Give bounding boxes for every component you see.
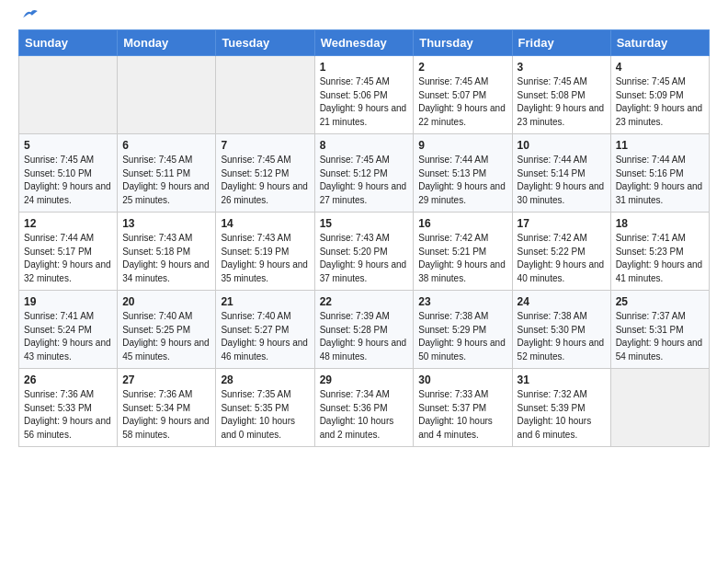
day-info: Sunrise: 7:40 AM Sunset: 5:25 PM Dayligh… (122, 310, 210, 363)
calendar-cell: 25Sunrise: 7:37 AM Sunset: 5:31 PM Dayli… (610, 291, 709, 369)
calendar-cell: 3Sunrise: 7:45 AM Sunset: 5:08 PM Daylig… (512, 56, 610, 134)
day-of-week-header: Sunday (19, 30, 118, 56)
calendar-cell: 5Sunrise: 7:45 AM Sunset: 5:10 PM Daylig… (19, 134, 118, 213)
logo (18, 15, 39, 20)
calendar-cell: 8Sunrise: 7:45 AM Sunset: 5:12 PM Daylig… (314, 134, 414, 213)
day-number: 11 (616, 139, 704, 152)
day-info: Sunrise: 7:43 AM Sunset: 5:20 PM Dayligh… (320, 232, 409, 285)
day-info: Sunrise: 7:39 AM Sunset: 5:28 PM Dayligh… (320, 310, 409, 363)
calendar-cell: 17Sunrise: 7:42 AM Sunset: 5:22 PM Dayli… (512, 213, 610, 291)
day-info: Sunrise: 7:45 AM Sunset: 5:07 PM Dayligh… (418, 75, 506, 129)
calendar-week-row: 5Sunrise: 7:45 AM Sunset: 5:10 PM Daylig… (19, 134, 710, 213)
day-info: Sunrise: 7:45 AM Sunset: 5:10 PM Dayligh… (24, 154, 112, 207)
day-info: Sunrise: 7:45 AM Sunset: 5:09 PM Dayligh… (616, 75, 704, 129)
day-info: Sunrise: 7:32 AM Sunset: 5:39 PM Dayligh… (518, 388, 606, 442)
day-number: 18 (616, 217, 704, 230)
calendar-cell: 18Sunrise: 7:41 AM Sunset: 5:23 PM Dayli… (610, 213, 709, 291)
day-info: Sunrise: 7:36 AM Sunset: 5:33 PM Dayligh… (24, 388, 112, 442)
calendar-week-row: 26Sunrise: 7:36 AM Sunset: 5:33 PM Dayli… (19, 369, 710, 447)
day-info: Sunrise: 7:45 AM Sunset: 5:12 PM Dayligh… (320, 154, 409, 207)
calendar-cell: 2Sunrise: 7:45 AM Sunset: 5:07 PM Daylig… (414, 56, 512, 134)
day-info: Sunrise: 7:38 AM Sunset: 5:29 PM Dayligh… (418, 310, 506, 363)
day-info: Sunrise: 7:42 AM Sunset: 5:21 PM Dayligh… (418, 232, 506, 285)
day-number: 26 (24, 373, 112, 386)
day-info: Sunrise: 7:45 AM Sunset: 5:06 PM Dayligh… (320, 75, 409, 129)
day-info: Sunrise: 7:43 AM Sunset: 5:19 PM Dayligh… (221, 232, 309, 285)
calendar-week-row: 12Sunrise: 7:44 AM Sunset: 5:17 PM Dayli… (19, 213, 710, 291)
day-of-week-header: Tuesday (216, 30, 314, 56)
day-info: Sunrise: 7:45 AM Sunset: 5:12 PM Dayligh… (221, 154, 309, 207)
day-info: Sunrise: 7:38 AM Sunset: 5:30 PM Dayligh… (518, 310, 606, 363)
day-info: Sunrise: 7:45 AM Sunset: 5:11 PM Dayligh… (122, 154, 210, 207)
day-number: 9 (418, 139, 506, 152)
day-number: 8 (320, 139, 409, 152)
day-info: Sunrise: 7:34 AM Sunset: 5:36 PM Dayligh… (320, 388, 409, 442)
calendar-cell: 22Sunrise: 7:39 AM Sunset: 5:28 PM Dayli… (314, 291, 414, 369)
day-info: Sunrise: 7:43 AM Sunset: 5:18 PM Dayligh… (122, 232, 210, 285)
calendar-cell: 31Sunrise: 7:32 AM Sunset: 5:39 PM Dayli… (512, 369, 610, 447)
calendar-cell: 11Sunrise: 7:44 AM Sunset: 5:16 PM Dayli… (610, 134, 709, 213)
calendar-cell: 15Sunrise: 7:43 AM Sunset: 5:20 PM Dayli… (314, 213, 414, 291)
day-number: 17 (518, 217, 606, 230)
day-number: 3 (518, 61, 606, 74)
day-number: 10 (518, 139, 606, 152)
day-number: 19 (24, 295, 112, 308)
day-number: 5 (24, 139, 112, 152)
calendar-week-row: 1Sunrise: 7:45 AM Sunset: 5:06 PM Daylig… (19, 56, 710, 134)
day-info: Sunrise: 7:42 AM Sunset: 5:22 PM Dayligh… (518, 232, 606, 285)
day-number: 28 (221, 373, 309, 386)
day-number: 30 (418, 373, 506, 386)
day-number: 22 (320, 295, 409, 308)
day-number: 12 (24, 217, 112, 230)
day-number: 31 (518, 373, 606, 386)
calendar-cell: 7Sunrise: 7:45 AM Sunset: 5:12 PM Daylig… (216, 134, 314, 213)
calendar-header-row: SundayMondayTuesdayWednesdayThursdayFrid… (19, 30, 710, 56)
calendar-cell: 14Sunrise: 7:43 AM Sunset: 5:19 PM Dayli… (216, 213, 314, 291)
calendar-cell: 12Sunrise: 7:44 AM Sunset: 5:17 PM Dayli… (19, 213, 118, 291)
day-of-week-header: Saturday (610, 30, 709, 56)
calendar-cell: 1Sunrise: 7:45 AM Sunset: 5:06 PM Daylig… (314, 56, 414, 134)
calendar-cell: 10Sunrise: 7:44 AM Sunset: 5:14 PM Dayli… (512, 134, 610, 213)
day-of-week-header: Thursday (414, 30, 512, 56)
day-number: 6 (122, 139, 210, 152)
page-header (18, 15, 710, 20)
calendar-table: SundayMondayTuesdayWednesdayThursdayFrid… (18, 29, 710, 447)
day-number: 4 (616, 61, 704, 74)
day-info: Sunrise: 7:33 AM Sunset: 5:37 PM Dayligh… (418, 388, 506, 442)
calendar-cell: 9Sunrise: 7:44 AM Sunset: 5:13 PM Daylig… (414, 134, 512, 213)
day-info: Sunrise: 7:37 AM Sunset: 5:31 PM Dayligh… (616, 310, 704, 363)
calendar-cell: 28Sunrise: 7:35 AM Sunset: 5:35 PM Dayli… (216, 369, 314, 447)
calendar-cell (19, 56, 118, 134)
day-info: Sunrise: 7:36 AM Sunset: 5:34 PM Dayligh… (122, 388, 210, 442)
logo-bird-icon (22, 7, 39, 20)
day-number: 13 (122, 217, 210, 230)
calendar-cell: 23Sunrise: 7:38 AM Sunset: 5:29 PM Dayli… (414, 291, 512, 369)
calendar-cell: 13Sunrise: 7:43 AM Sunset: 5:18 PM Dayli… (118, 213, 216, 291)
day-number: 2 (418, 61, 506, 74)
day-number: 16 (418, 217, 506, 230)
calendar-cell (216, 56, 314, 134)
day-number: 15 (320, 217, 409, 230)
calendar-cell: 27Sunrise: 7:36 AM Sunset: 5:34 PM Dayli… (118, 369, 216, 447)
calendar-cell: 6Sunrise: 7:45 AM Sunset: 5:11 PM Daylig… (118, 134, 216, 213)
day-number: 7 (221, 139, 309, 152)
calendar-week-row: 19Sunrise: 7:41 AM Sunset: 5:24 PM Dayli… (19, 291, 710, 369)
day-number: 25 (616, 295, 704, 308)
day-info: Sunrise: 7:35 AM Sunset: 5:35 PM Dayligh… (221, 388, 309, 442)
day-info: Sunrise: 7:44 AM Sunset: 5:17 PM Dayligh… (24, 232, 112, 285)
day-info: Sunrise: 7:44 AM Sunset: 5:13 PM Dayligh… (418, 154, 506, 207)
calendar-cell (118, 56, 216, 134)
day-info: Sunrise: 7:41 AM Sunset: 5:24 PM Dayligh… (24, 310, 112, 363)
calendar-cell: 19Sunrise: 7:41 AM Sunset: 5:24 PM Dayli… (19, 291, 118, 369)
calendar-cell: 4Sunrise: 7:45 AM Sunset: 5:09 PM Daylig… (610, 56, 709, 134)
day-number: 29 (320, 373, 409, 386)
day-number: 21 (221, 295, 309, 308)
day-info: Sunrise: 7:44 AM Sunset: 5:14 PM Dayligh… (518, 154, 606, 207)
calendar-cell: 30Sunrise: 7:33 AM Sunset: 5:37 PM Dayli… (414, 369, 512, 447)
calendar-cell: 29Sunrise: 7:34 AM Sunset: 5:36 PM Dayli… (314, 369, 414, 447)
day-info: Sunrise: 7:44 AM Sunset: 5:16 PM Dayligh… (616, 154, 704, 207)
calendar-cell (610, 369, 709, 447)
day-number: 20 (122, 295, 210, 308)
day-info: Sunrise: 7:45 AM Sunset: 5:08 PM Dayligh… (518, 75, 606, 129)
day-of-week-header: Friday (512, 30, 610, 56)
